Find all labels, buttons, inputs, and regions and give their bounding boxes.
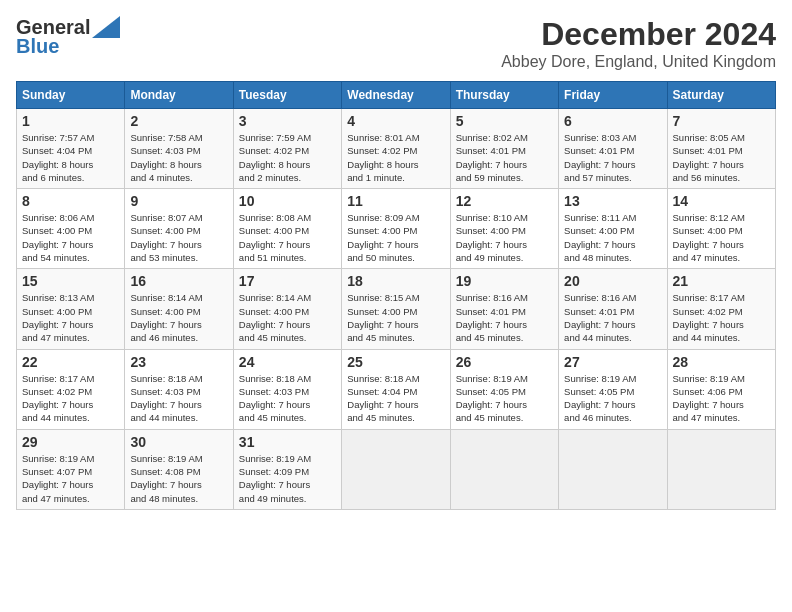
day-info: Sunrise: 8:05 AMSunset: 4:01 PMDaylight:… xyxy=(673,132,745,183)
calendar-day-cell: 8Sunrise: 8:06 AMSunset: 4:00 PMDaylight… xyxy=(17,189,125,269)
day-info: Sunrise: 8:16 AMSunset: 4:01 PMDaylight:… xyxy=(456,292,528,343)
column-header-sunday: Sunday xyxy=(17,82,125,109)
day-info: Sunrise: 8:18 AMSunset: 4:04 PMDaylight:… xyxy=(347,373,419,424)
day-info: Sunrise: 8:14 AMSunset: 4:00 PMDaylight:… xyxy=(130,292,202,343)
calendar-day-cell: 2Sunrise: 7:58 AMSunset: 4:03 PMDaylight… xyxy=(125,109,233,189)
day-info: Sunrise: 8:19 AMSunset: 4:06 PMDaylight:… xyxy=(673,373,745,424)
day-info: Sunrise: 8:10 AMSunset: 4:00 PMDaylight:… xyxy=(456,212,528,263)
day-info: Sunrise: 8:19 AMSunset: 4:05 PMDaylight:… xyxy=(564,373,636,424)
day-info: Sunrise: 8:03 AMSunset: 4:01 PMDaylight:… xyxy=(564,132,636,183)
day-info: Sunrise: 7:57 AMSunset: 4:04 PMDaylight:… xyxy=(22,132,94,183)
day-number: 30 xyxy=(130,434,227,450)
header: General Blue December 2024 Abbey Dore, E… xyxy=(16,16,776,71)
calendar-day-cell: 22Sunrise: 8:17 AMSunset: 4:02 PMDayligh… xyxy=(17,349,125,429)
calendar-week-row: 8Sunrise: 8:06 AMSunset: 4:00 PMDaylight… xyxy=(17,189,776,269)
calendar-day-cell: 6Sunrise: 8:03 AMSunset: 4:01 PMDaylight… xyxy=(559,109,667,189)
day-info: Sunrise: 8:16 AMSunset: 4:01 PMDaylight:… xyxy=(564,292,636,343)
day-number: 13 xyxy=(564,193,661,209)
column-header-thursday: Thursday xyxy=(450,82,558,109)
logo-blue-text: Blue xyxy=(16,36,59,56)
day-number: 27 xyxy=(564,354,661,370)
calendar-day-cell: 21Sunrise: 8:17 AMSunset: 4:02 PMDayligh… xyxy=(667,269,775,349)
calendar-day-cell: 28Sunrise: 8:19 AMSunset: 4:06 PMDayligh… xyxy=(667,349,775,429)
calendar-day-cell: 11Sunrise: 8:09 AMSunset: 4:00 PMDayligh… xyxy=(342,189,450,269)
calendar-week-row: 29Sunrise: 8:19 AMSunset: 4:07 PMDayligh… xyxy=(17,429,776,509)
day-info: Sunrise: 8:19 AMSunset: 4:09 PMDaylight:… xyxy=(239,453,311,504)
day-info: Sunrise: 8:17 AMSunset: 4:02 PMDaylight:… xyxy=(673,292,745,343)
day-info: Sunrise: 8:19 AMSunset: 4:05 PMDaylight:… xyxy=(456,373,528,424)
column-header-tuesday: Tuesday xyxy=(233,82,341,109)
column-header-saturday: Saturday xyxy=(667,82,775,109)
day-number: 19 xyxy=(456,273,553,289)
svg-marker-0 xyxy=(92,16,120,38)
day-info: Sunrise: 8:15 AMSunset: 4:00 PMDaylight:… xyxy=(347,292,419,343)
day-info: Sunrise: 8:13 AMSunset: 4:00 PMDaylight:… xyxy=(22,292,94,343)
day-number: 11 xyxy=(347,193,444,209)
calendar-day-cell: 17Sunrise: 8:14 AMSunset: 4:00 PMDayligh… xyxy=(233,269,341,349)
calendar-header-row: SundayMondayTuesdayWednesdayThursdayFrid… xyxy=(17,82,776,109)
day-info: Sunrise: 8:17 AMSunset: 4:02 PMDaylight:… xyxy=(22,373,94,424)
day-number: 24 xyxy=(239,354,336,370)
day-number: 26 xyxy=(456,354,553,370)
day-number: 4 xyxy=(347,113,444,129)
day-info: Sunrise: 8:14 AMSunset: 4:00 PMDaylight:… xyxy=(239,292,311,343)
day-number: 10 xyxy=(239,193,336,209)
day-info: Sunrise: 7:58 AMSunset: 4:03 PMDaylight:… xyxy=(130,132,202,183)
column-header-friday: Friday xyxy=(559,82,667,109)
day-info: Sunrise: 8:01 AMSunset: 4:02 PMDaylight:… xyxy=(347,132,419,183)
day-number: 5 xyxy=(456,113,553,129)
day-info: Sunrise: 8:11 AMSunset: 4:00 PMDaylight:… xyxy=(564,212,636,263)
logo-icon xyxy=(92,16,120,38)
calendar-day-cell: 25Sunrise: 8:18 AMSunset: 4:04 PMDayligh… xyxy=(342,349,450,429)
title-area: December 2024 Abbey Dore, England, Unite… xyxy=(501,16,776,71)
calendar-day-cell: 9Sunrise: 8:07 AMSunset: 4:00 PMDaylight… xyxy=(125,189,233,269)
calendar-day-cell: 31Sunrise: 8:19 AMSunset: 4:09 PMDayligh… xyxy=(233,429,341,509)
main-title: December 2024 xyxy=(501,16,776,53)
calendar-day-cell: 16Sunrise: 8:14 AMSunset: 4:00 PMDayligh… xyxy=(125,269,233,349)
day-info: Sunrise: 8:09 AMSunset: 4:00 PMDaylight:… xyxy=(347,212,419,263)
calendar-day-cell: 19Sunrise: 8:16 AMSunset: 4:01 PMDayligh… xyxy=(450,269,558,349)
calendar-day-cell: 29Sunrise: 8:19 AMSunset: 4:07 PMDayligh… xyxy=(17,429,125,509)
day-number: 6 xyxy=(564,113,661,129)
day-number: 16 xyxy=(130,273,227,289)
day-number: 1 xyxy=(22,113,119,129)
column-header-monday: Monday xyxy=(125,82,233,109)
calendar-day-cell: 27Sunrise: 8:19 AMSunset: 4:05 PMDayligh… xyxy=(559,349,667,429)
day-number: 18 xyxy=(347,273,444,289)
calendar-week-row: 22Sunrise: 8:17 AMSunset: 4:02 PMDayligh… xyxy=(17,349,776,429)
day-info: Sunrise: 8:18 AMSunset: 4:03 PMDaylight:… xyxy=(130,373,202,424)
calendar-day-cell: 10Sunrise: 8:08 AMSunset: 4:00 PMDayligh… xyxy=(233,189,341,269)
logo: General Blue xyxy=(16,16,120,56)
day-info: Sunrise: 8:08 AMSunset: 4:00 PMDaylight:… xyxy=(239,212,311,263)
day-info: Sunrise: 8:07 AMSunset: 4:00 PMDaylight:… xyxy=(130,212,202,263)
day-number: 21 xyxy=(673,273,770,289)
calendar-day-cell: 4Sunrise: 8:01 AMSunset: 4:02 PMDaylight… xyxy=(342,109,450,189)
calendar-day-cell: 7Sunrise: 8:05 AMSunset: 4:01 PMDaylight… xyxy=(667,109,775,189)
day-info: Sunrise: 8:19 AMSunset: 4:07 PMDaylight:… xyxy=(22,453,94,504)
calendar-day-cell: 23Sunrise: 8:18 AMSunset: 4:03 PMDayligh… xyxy=(125,349,233,429)
day-info: Sunrise: 7:59 AMSunset: 4:02 PMDaylight:… xyxy=(239,132,311,183)
column-header-wednesday: Wednesday xyxy=(342,82,450,109)
calendar-empty-cell xyxy=(450,429,558,509)
calendar-day-cell: 15Sunrise: 8:13 AMSunset: 4:00 PMDayligh… xyxy=(17,269,125,349)
subtitle: Abbey Dore, England, United Kingdom xyxy=(501,53,776,71)
calendar-day-cell: 26Sunrise: 8:19 AMSunset: 4:05 PMDayligh… xyxy=(450,349,558,429)
day-info: Sunrise: 8:12 AMSunset: 4:00 PMDaylight:… xyxy=(673,212,745,263)
day-number: 9 xyxy=(130,193,227,209)
day-number: 3 xyxy=(239,113,336,129)
calendar-day-cell: 24Sunrise: 8:18 AMSunset: 4:03 PMDayligh… xyxy=(233,349,341,429)
day-info: Sunrise: 8:18 AMSunset: 4:03 PMDaylight:… xyxy=(239,373,311,424)
day-number: 20 xyxy=(564,273,661,289)
calendar-day-cell: 14Sunrise: 8:12 AMSunset: 4:00 PMDayligh… xyxy=(667,189,775,269)
day-number: 2 xyxy=(130,113,227,129)
day-number: 28 xyxy=(673,354,770,370)
calendar-day-cell: 30Sunrise: 8:19 AMSunset: 4:08 PMDayligh… xyxy=(125,429,233,509)
day-number: 22 xyxy=(22,354,119,370)
calendar-day-cell: 20Sunrise: 8:16 AMSunset: 4:01 PMDayligh… xyxy=(559,269,667,349)
calendar-week-row: 15Sunrise: 8:13 AMSunset: 4:00 PMDayligh… xyxy=(17,269,776,349)
day-number: 23 xyxy=(130,354,227,370)
calendar-empty-cell xyxy=(667,429,775,509)
calendar-day-cell: 1Sunrise: 7:57 AMSunset: 4:04 PMDaylight… xyxy=(17,109,125,189)
day-number: 25 xyxy=(347,354,444,370)
calendar-week-row: 1Sunrise: 7:57 AMSunset: 4:04 PMDaylight… xyxy=(17,109,776,189)
